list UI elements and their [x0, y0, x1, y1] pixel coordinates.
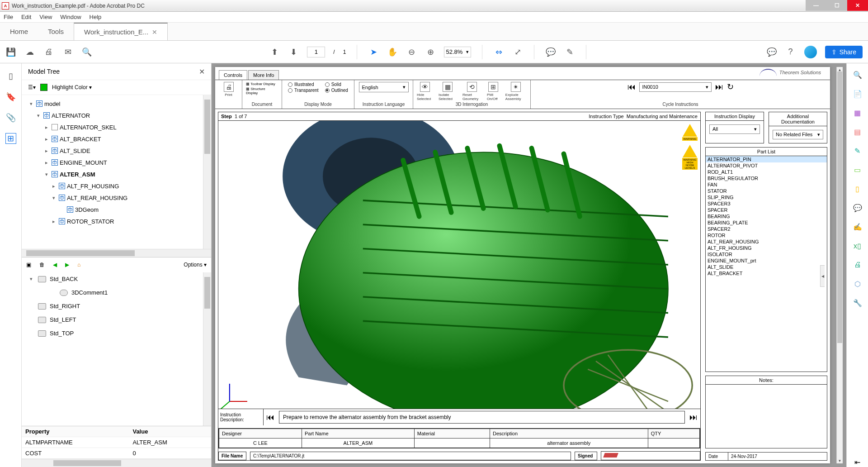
menu-edit[interactable]: Edit	[21, 14, 31, 20]
search-tool-icon[interactable]: 🔍	[853, 70, 863, 80]
menu-window[interactable]: Window	[60, 14, 81, 20]
tree-item[interactable]: ▸ALTERNATOR_SKEL	[22, 121, 211, 133]
export-excel-icon[interactable]: x▯	[853, 241, 863, 251]
tree-item[interactable]: ▾ALTERNATOR	[22, 110, 211, 121]
part-list-item[interactable]: SPACER	[706, 207, 827, 213]
help-icon[interactable]: ?	[785, 47, 796, 57]
tree-item[interactable]: ▸ROTOR_STATOR	[22, 215, 211, 227]
sign-tool-icon[interactable]: ✍	[853, 222, 863, 232]
mode-illustrated[interactable]: Illustrated	[288, 82, 319, 87]
toolbar-display-toggle[interactable]: ▦ Toolbar Display	[246, 82, 275, 86]
tab-document[interactable]: Work_instruction_E... ✕	[74, 23, 168, 40]
part-list-item[interactable]: BEARING	[706, 213, 827, 219]
avatar[interactable]	[804, 46, 817, 58]
protect-icon[interactable]: ⬡	[853, 279, 863, 289]
minimize-button[interactable]: —	[806, 0, 826, 11]
tree-twisty[interactable]: ▸	[51, 183, 57, 189]
options-dropdown[interactable]: Options ▾	[184, 262, 207, 268]
view-item[interactable]: Std_LEFT	[22, 313, 211, 327]
document-scrollbar[interactable]: ▲ ▼	[836, 67, 843, 463]
interrog-pmi-on/off[interactable]: ⊞PMI On/Off	[487, 82, 500, 101]
desc-next-icon[interactable]: ⏭	[687, 409, 700, 425]
fill-sign-icon[interactable]: ▭	[853, 165, 863, 175]
tree-twisty[interactable]: ▸	[43, 124, 50, 130]
export-pdf-icon[interactable]: 📄	[853, 89, 863, 99]
model-tree-icon[interactable]: ⊞	[5, 133, 16, 144]
request-sign-icon[interactable]: ✎	[853, 146, 863, 156]
tree-item[interactable]: 3DGeom	[22, 204, 211, 215]
page-number-input[interactable]	[307, 47, 325, 57]
interrog-hide-selected[interactable]: 👁Hide Selected	[417, 82, 433, 101]
part-list-item[interactable]: ENGINE_MOUNT_prt	[706, 257, 827, 264]
fit-width-icon[interactable]: ⇔	[493, 47, 504, 57]
part-list-item[interactable]: ALT_SLIDE	[706, 264, 827, 270]
tree-twisty[interactable]: ▸	[43, 148, 50, 154]
tree-twisty[interactable]: ▾	[28, 101, 34, 107]
view-item[interactable]: 3DComment1	[22, 286, 211, 300]
part-list-item[interactable]: ROD_ALT1	[706, 169, 827, 175]
delete-view-icon[interactable]: 🗑	[39, 262, 45, 268]
tree-item[interactable]: ▾ALT_REAR_HOUSING	[22, 192, 211, 204]
page-up-icon[interactable]: ⬆	[269, 47, 280, 57]
search-icon[interactable]: 🔍	[81, 47, 92, 57]
pdf-tab-more-info[interactable]: More Info	[248, 70, 279, 80]
menu-view[interactable]: View	[39, 14, 52, 20]
fit-page-icon[interactable]: ⤢	[512, 47, 523, 57]
pdf-tab-controls[interactable]: Controls	[219, 70, 247, 80]
cloud-icon[interactable]: ☁	[24, 47, 35, 57]
add-view-icon[interactable]: ▣	[26, 262, 31, 268]
zoom-out-icon[interactable]: ⊖	[406, 47, 417, 57]
menu-help[interactable]: Help	[90, 14, 102, 20]
part-list-item[interactable]: SPACER2	[706, 226, 827, 232]
part-list-item[interactable]: ALT_FR_HOUSING	[706, 245, 827, 251]
part-list-item[interactable]: ROTOR	[706, 232, 827, 238]
save-icon[interactable]: 💾	[5, 47, 16, 57]
part-list-item[interactable]: ALT_REAR_HOUSING	[706, 238, 827, 245]
nav-right-icon[interactable]: ▶	[65, 262, 69, 268]
part-list-item[interactable]: STATOR	[706, 188, 827, 194]
print-tool-icon[interactable]: 🖨	[853, 260, 863, 270]
part-list-item[interactable]: SPACER3	[706, 200, 827, 207]
close-button[interactable]: ✕	[847, 0, 868, 11]
interrog-reset-geometry[interactable]: ⟲Reset Geometry	[462, 82, 481, 101]
hand-icon[interactable]: ✋	[387, 47, 398, 57]
instruction-display-select[interactable]: All▾	[709, 124, 760, 134]
bookmarks-icon[interactable]: 🔖	[5, 91, 16, 102]
structure-display-toggle[interactable]: ▦ Structure Display	[246, 87, 278, 95]
tree-item[interactable]: ▸ALT_SLIDE	[22, 145, 211, 157]
props-hscroll[interactable]	[22, 459, 211, 467]
part-list-item[interactable]: FAN	[706, 181, 827, 188]
interrog-explode-assembly[interactable]: ✴Explode Assembly	[505, 82, 527, 101]
pointer-icon[interactable]: ➤	[368, 47, 379, 57]
page-down-icon[interactable]: ⬇	[288, 47, 299, 57]
menu-file[interactable]: File	[4, 14, 13, 20]
language-select[interactable]: English▾	[359, 82, 409, 92]
part-list-item[interactable]: ALT_BRACKET	[706, 270, 827, 276]
tree-scrollbar[interactable]	[203, 95, 211, 249]
view-item[interactable]: Std_RIGHT	[22, 300, 211, 313]
tab-close-icon[interactable]: ✕	[152, 29, 157, 36]
tree-twisty[interactable]: ▾	[43, 172, 50, 177]
tree-item[interactable]: ▸ENGINE_MOUNT	[22, 157, 211, 168]
tree-hscroll[interactable]	[22, 249, 211, 257]
zoom-level[interactable]: 52.8%▼	[444, 47, 471, 57]
part-list[interactable]: ALTERNATOR_PINALTERNATOR_PIVOTROD_ALT1BR…	[706, 156, 827, 372]
views-scrollbar[interactable]	[203, 272, 211, 426]
view-item[interactable]: ▾Std_BACK	[22, 272, 211, 286]
email-icon[interactable]: ✉	[62, 47, 73, 57]
desc-prev-icon[interactable]: ⏮	[264, 409, 277, 425]
tree-twisty[interactable]: ▸	[43, 136, 50, 142]
tree-twisty[interactable]: ▾	[35, 113, 42, 119]
mode-transparent[interactable]: Transparent	[288, 88, 319, 93]
create-pdf-icon[interactable]: ▦	[853, 108, 863, 118]
tab-home[interactable]: Home	[0, 23, 38, 40]
view-item[interactable]: Std_TOP	[22, 327, 211, 340]
thumbnails-icon[interactable]: ▯	[5, 71, 16, 81]
tree-twisty[interactable]: ▸	[51, 219, 57, 224]
part-list-item[interactable]: SLIP_RING	[706, 194, 827, 200]
cycle-reset-icon[interactable]: ↻	[727, 82, 734, 92]
tree-item[interactable]: ▸ALT_FR_HOUSING	[22, 180, 211, 192]
tree-item[interactable]: ▾model	[22, 98, 211, 110]
part-list-item[interactable]: ALTERNATOR_PIVOT	[706, 162, 827, 169]
sign-icon[interactable]: ✎	[564, 47, 575, 57]
